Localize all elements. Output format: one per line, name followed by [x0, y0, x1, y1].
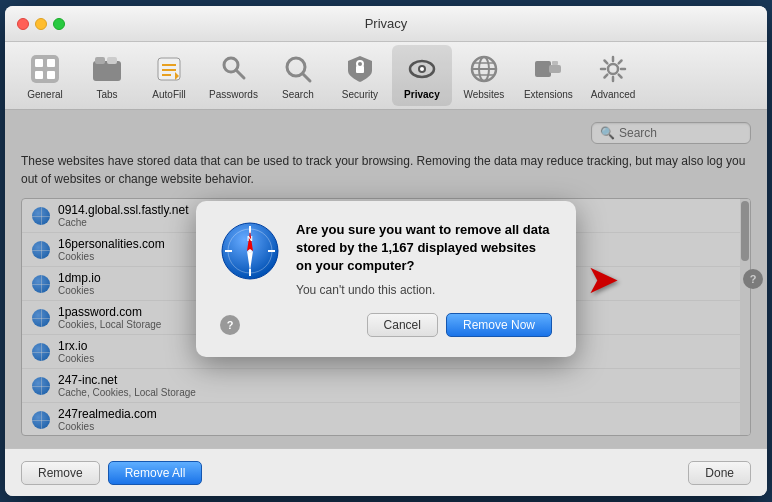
extensions-label: Extensions [524, 89, 573, 100]
search-toolbar-icon [280, 51, 316, 87]
websites-icon [466, 51, 502, 87]
autofill-icon [151, 51, 187, 87]
toolbar-item-websites[interactable]: Websites [454, 45, 514, 106]
toolbar-item-tabs[interactable]: Tabs [77, 45, 137, 106]
toolbar-item-privacy[interactable]: Privacy [392, 45, 452, 106]
close-button[interactable] [17, 18, 29, 30]
modal-subtitle: You can't undo this action. [296, 283, 552, 297]
general-label: General [27, 89, 63, 100]
svg-rect-7 [107, 57, 117, 64]
privacy-label: Privacy [404, 89, 440, 100]
svg-rect-3 [35, 71, 43, 79]
autofill-label: AutoFill [152, 89, 185, 100]
svg-line-36 [605, 61, 608, 64]
svg-line-39 [605, 75, 608, 78]
arrow-indicator: ➤ [586, 256, 620, 302]
remove-all-button[interactable]: Remove All [108, 461, 203, 485]
svg-rect-6 [95, 57, 105, 64]
modal-buttons: ? Cancel Remove Now [220, 313, 552, 337]
toolbar: General Tabs Aut [5, 42, 767, 110]
extensions-icon [530, 51, 566, 87]
toolbar-item-extensions[interactable]: Extensions [516, 45, 581, 106]
search-label: Search [282, 89, 314, 100]
svg-rect-29 [549, 65, 561, 73]
window-title: Privacy [365, 16, 408, 31]
toolbar-item-passwords[interactable]: Passwords [201, 45, 266, 106]
tabs-label: Tabs [96, 89, 117, 100]
title-bar: Privacy [5, 6, 767, 42]
svg-line-14 [236, 70, 244, 78]
modal-title: Are you sure you want to remove all data… [296, 221, 552, 276]
general-icon [27, 51, 63, 87]
confirm-modal: N Are you sure you want to remove all da… [196, 201, 576, 358]
svg-rect-0 [31, 55, 59, 83]
svg-rect-1 [35, 59, 43, 67]
modal-overlay: N Are you sure you want to remove all da… [5, 110, 767, 448]
svg-line-16 [303, 74, 310, 81]
toolbar-item-autofill[interactable]: AutoFill [139, 45, 199, 106]
toolbar-item-general[interactable]: General [15, 45, 75, 106]
tabs-icon [89, 51, 125, 87]
modal-text-area: Are you sure you want to remove all data… [296, 221, 552, 298]
minimize-button[interactable] [35, 18, 47, 30]
security-label: Security [342, 89, 378, 100]
security-icon [342, 51, 378, 87]
traffic-lights [17, 18, 65, 30]
svg-rect-30 [552, 61, 558, 65]
done-button[interactable]: Done [688, 461, 751, 485]
svg-point-22 [420, 67, 424, 71]
cancel-button[interactable]: Cancel [367, 313, 438, 337]
bottom-bar: Remove Remove All Done [5, 448, 767, 496]
remove-now-button[interactable]: Remove Now [446, 313, 552, 337]
svg-text:N: N [247, 234, 253, 243]
svg-rect-28 [535, 61, 551, 77]
modal-help-button[interactable]: ? [220, 315, 240, 335]
svg-rect-4 [47, 71, 55, 79]
advanced-icon [595, 51, 631, 87]
svg-point-31 [608, 64, 618, 74]
toolbar-item-security[interactable]: Security [330, 45, 390, 106]
main-window: Privacy General [5, 6, 767, 496]
passwords-label: Passwords [209, 89, 258, 100]
svg-rect-2 [47, 59, 55, 67]
toolbar-item-advanced[interactable]: Advanced [583, 45, 643, 106]
toolbar-item-search[interactable]: Search [268, 45, 328, 106]
svg-line-38 [619, 61, 622, 64]
passwords-icon [215, 51, 251, 87]
bottom-left-buttons: Remove Remove All [21, 461, 202, 485]
advanced-label: Advanced [591, 89, 635, 100]
privacy-icon [404, 51, 440, 87]
safari-icon: N [220, 221, 280, 281]
websites-label: Websites [463, 89, 504, 100]
modal-content: N Are you sure you want to remove all da… [220, 221, 552, 298]
remove-button[interactable]: Remove [21, 461, 100, 485]
content-area: 🔍 These websites have stored data that c… [5, 110, 767, 448]
svg-line-37 [619, 75, 622, 78]
maximize-button[interactable] [53, 18, 65, 30]
